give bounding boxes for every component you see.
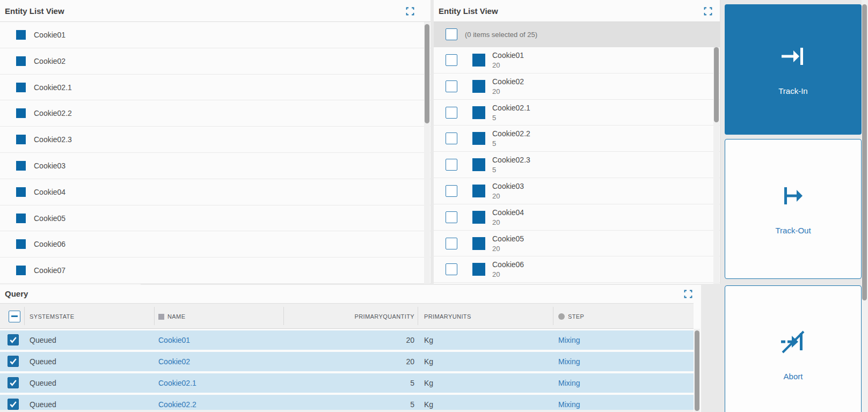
row-checkbox[interactable] xyxy=(446,263,457,275)
entity-quantity: 20 xyxy=(492,270,500,278)
row-checkbox[interactable] xyxy=(8,399,19,410)
name-column-icon xyxy=(158,314,164,320)
list-item[interactable]: Cookie02 xyxy=(0,48,431,75)
table-header: SYSTEMSTATE NAME PRIMARYQUANTITY PRIMARY… xyxy=(0,303,694,329)
scrollbar-thumb[interactable] xyxy=(695,330,699,411)
scrollbar-thumb[interactable] xyxy=(425,24,429,123)
cell-step-link[interactable]: Mixing xyxy=(558,352,580,371)
panel-title: Entity List View xyxy=(0,6,64,16)
list-item[interactable]: Cookie07 xyxy=(0,258,431,284)
entity-name: Cookie03 xyxy=(492,182,524,190)
expand-icon[interactable] xyxy=(406,7,414,16)
column-header-systemstate[interactable]: SYSTEMSTATE xyxy=(30,304,74,329)
list-item[interactable]: Cookie02.3 xyxy=(0,127,431,153)
page-scrollbar-thumb[interactable] xyxy=(862,4,867,300)
list-item[interactable]: Cookie05 20 xyxy=(434,231,720,257)
expand-icon[interactable] xyxy=(684,290,692,298)
scrollbar-thumb[interactable] xyxy=(714,47,719,122)
cell-step-link[interactable]: Mixing xyxy=(558,373,580,393)
row-checkbox[interactable] xyxy=(8,377,19,388)
cell-primaryunits: Kg xyxy=(424,373,433,393)
list-item[interactable]: Cookie01 xyxy=(0,22,431,48)
list-item[interactable]: Cookie04 20 xyxy=(434,204,720,231)
material-square-icon xyxy=(472,185,485,197)
entity-list: Cookie01 20 Cookie02 20 Cookie02.1 5 xyxy=(434,47,720,283)
track-in-button[interactable]: Track-In xyxy=(725,4,862,135)
entity-name: Cookie02 xyxy=(34,48,65,74)
entity-quantity: 20 xyxy=(492,218,500,226)
cell-name-link[interactable]: Cookie02 xyxy=(158,352,190,371)
panel-title-bar: Entity List View xyxy=(434,0,720,22)
entity-list-panel-left: Entity List View Cookie01 Cookie02 xyxy=(0,0,431,284)
table-row[interactable]: Queued Cookie02 20 Kg Mixing xyxy=(0,352,694,371)
table-row[interactable]: Queued Cookie01 20 Kg Mixing xyxy=(0,330,694,350)
row-checkbox[interactable] xyxy=(8,356,19,367)
row-checkbox[interactable] xyxy=(446,54,457,66)
cell-primaryquantity: 20 xyxy=(283,330,414,350)
list-item[interactable]: Cookie03 xyxy=(0,153,431,179)
row-checkbox[interactable] xyxy=(446,159,457,171)
row-checkbox[interactable] xyxy=(446,133,457,144)
entity-name: Cookie02.3 xyxy=(492,156,530,164)
material-square-icon xyxy=(16,108,26,118)
list-item[interactable]: Cookie01 20 xyxy=(434,47,720,73)
cell-systemstate: Queued xyxy=(30,330,56,350)
panel-title: Entity List View xyxy=(434,6,498,16)
column-header-step[interactable]: STEP xyxy=(568,304,584,329)
material-square-icon xyxy=(16,56,26,66)
material-square-icon xyxy=(472,158,485,171)
track-out-button[interactable]: Track-Out xyxy=(725,139,862,279)
select-all-checkbox[interactable] xyxy=(446,28,457,40)
step-column-icon xyxy=(558,313,565,320)
list-item[interactable]: Cookie03 20 xyxy=(434,178,720,204)
list-item[interactable]: Cookie05 xyxy=(0,205,431,232)
row-checkbox[interactable] xyxy=(446,211,457,223)
entity-quantity: 5 xyxy=(492,166,496,174)
abort-icon xyxy=(781,329,806,355)
column-header-name[interactable]: NAME xyxy=(167,304,185,329)
cell-name-link[interactable]: Cookie01 xyxy=(158,330,190,350)
list-item[interactable]: Cookie02.2 5 xyxy=(434,126,720,152)
list-item[interactable]: Cookie02.1 5 xyxy=(434,100,720,126)
row-checkbox[interactable] xyxy=(446,238,457,249)
expand-icon[interactable] xyxy=(704,7,712,16)
table-row[interactable]: Queued Cookie02.1 5 Kg Mixing xyxy=(0,373,694,393)
list-item[interactable]: Cookie06 xyxy=(0,231,431,258)
selection-header: (0 items selected of 25) xyxy=(434,22,720,47)
panel-title-bar: Query xyxy=(0,285,701,303)
list-item[interactable]: Cookie02 20 xyxy=(434,73,720,100)
row-checkbox[interactable] xyxy=(8,334,19,345)
column-divider xyxy=(154,307,155,325)
entity-quantity: 20 xyxy=(492,245,500,253)
entity-name: Cookie06 xyxy=(34,231,65,257)
row-checkbox[interactable] xyxy=(446,107,457,119)
abort-button[interactable]: Abort xyxy=(725,285,862,412)
row-checkbox[interactable] xyxy=(446,80,457,92)
entity-name: Cookie05 xyxy=(34,205,65,231)
entity-quantity: 20 xyxy=(492,87,500,95)
cell-step-link[interactable]: Mixing xyxy=(558,330,580,350)
list-item[interactable]: Cookie02.1 xyxy=(0,75,431,101)
entity-quantity: 5 xyxy=(492,139,496,148)
list-item[interactable]: Cookie04 xyxy=(0,179,431,205)
entity-name: Cookie02.3 xyxy=(34,127,72,152)
row-checkbox[interactable] xyxy=(446,185,457,197)
select-all-checkbox[interactable] xyxy=(9,311,20,322)
table-body: Queued Cookie01 20 Kg Mixing Queued Cook… xyxy=(0,330,694,412)
horizontal-scrollbar-track xyxy=(0,410,694,412)
app-root: Entity List View Cookie01 Cookie02 xyxy=(0,0,868,412)
column-divider xyxy=(553,307,553,325)
cell-name-link[interactable]: Cookie02.1 xyxy=(158,373,196,393)
cell-systemstate: Queued xyxy=(30,352,56,371)
list-item[interactable]: Cookie02.2 xyxy=(0,100,431,127)
entity-name: Cookie02 xyxy=(492,77,524,86)
entity-name: Cookie03 xyxy=(34,153,65,179)
entity-list: Cookie01 Cookie02 Cookie02.1 Cookie02.2 xyxy=(0,22,431,284)
list-item[interactable]: Cookie02.3 5 xyxy=(434,152,720,178)
column-header-primaryquantity[interactable]: PRIMARYQUANTITY xyxy=(283,304,414,329)
list-item[interactable]: Cookie06 20 xyxy=(434,256,720,283)
material-square-icon xyxy=(472,132,485,145)
entity-name: Cookie04 xyxy=(492,208,524,217)
cell-systemstate: Queued xyxy=(30,373,56,393)
column-header-primaryunits[interactable]: PRIMARYUNITS xyxy=(424,304,471,329)
